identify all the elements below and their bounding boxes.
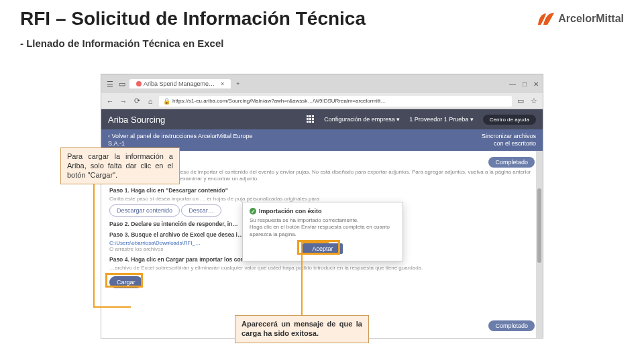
address-bar[interactable]: 🔒 https:// s1-eu.ariba.com/Sourcing/Main… <box>159 96 512 107</box>
callout-success-hint: Aparecerá un mensaje de que la carga ha … <box>235 315 369 343</box>
tab-label: Ariba Spend Manageme… <box>144 80 215 87</box>
new-tab-button[interactable]: + <box>236 80 239 87</box>
modal-body-line1: Su respuesta se ha importado correctamen… <box>250 217 396 224</box>
lock-icon: 🔒 <box>163 98 170 105</box>
arcelormittal-logo-text: ArcelorMittal <box>558 13 624 25</box>
nav-home-icon[interactable]: ⌂ <box>146 97 155 106</box>
back-link[interactable]: ‹ Volver al panel de instrucciones Arcel… <box>108 133 253 147</box>
accept-button[interactable]: Aceptar <box>303 243 342 254</box>
browser-address-row: ← → ⟳ ⌂ 🔒 https:// s1-eu.ariba.com/Sourc… <box>101 93 543 109</box>
arcelormittal-logo: ArcelorMittal <box>537 11 624 26</box>
tab-favicon-icon <box>136 81 142 86</box>
success-check-icon: ✓ <box>250 208 256 215</box>
nav-back-icon[interactable]: ← <box>105 97 115 106</box>
window-maximize-icon[interactable]: □ <box>523 80 527 88</box>
slide-title: RFI – Solicitud de Información Técnica <box>20 8 366 29</box>
embedded-screenshot: ☰ ▭ Ariba Spend Manageme… × + — □ ✕ ← → … <box>101 74 543 339</box>
browser-window-icon[interactable]: ▭ <box>117 79 127 88</box>
tab-close-icon[interactable]: × <box>221 80 224 87</box>
nav-reload-icon[interactable]: ⟳ <box>132 97 142 106</box>
browser-tab[interactable]: Ariba Spend Manageme… × <box>129 79 231 88</box>
slide-subtitle: - Llenado de Información Técnica en Exce… <box>0 32 644 52</box>
step1-text: Haga clic en "Descargar contenido" <box>131 187 228 194</box>
user-menu[interactable]: 1 Proveedor 1 Prueba ▾ <box>409 116 474 123</box>
sync-line1: Sincronizar archivos <box>482 133 536 140</box>
step4-warning: …archivo de Excel sobrescribirán y elimi… <box>109 265 535 271</box>
status-completed-top: Completado <box>488 157 535 168</box>
nav-forward-icon[interactable]: → <box>119 97 128 106</box>
app-grid-icon[interactable] <box>307 115 315 123</box>
sync-files-link[interactable]: Sincronizar archivos con el escritorio <box>482 133 536 147</box>
step1-label: Paso 1. <box>109 187 129 194</box>
download-attachments-button[interactable]: Descar… <box>181 204 221 217</box>
step2-text: Declare su intención de responder, in… <box>131 221 238 227</box>
callout-upload-hint: Para cargar la información a Ariba, solo… <box>60 147 180 184</box>
company-settings-menu[interactable]: Configuración de empresa ▾ <box>324 116 400 123</box>
arcelormittal-logo-icon <box>537 11 555 26</box>
browser-tab-bar: ☰ ▭ Ariba Spend Manageme… × + — □ ✕ <box>101 74 543 93</box>
reading-view-icon[interactable]: ▭ <box>516 97 525 106</box>
url-text: s1-eu.ariba.com/Sourcing/Main/aw?awh=r&a… <box>189 98 386 104</box>
download-content-button[interactable]: Descargar contenido <box>109 204 180 217</box>
window-minimize-icon[interactable]: — <box>509 80 516 88</box>
back-link-line1: ‹ Volver al panel de instrucciones Arcel… <box>108 133 253 140</box>
url-scheme: https:// <box>172 98 189 104</box>
browser-menu-icon[interactable]: ☰ <box>105 79 115 88</box>
step4-label: Paso 4. <box>109 256 129 263</box>
step2-label: Paso 2. <box>109 221 129 227</box>
upload-button[interactable]: Cargar <box>109 276 143 288</box>
window-close-icon[interactable]: ✕ <box>533 80 539 88</box>
step3-label: Paso 3. <box>109 231 129 238</box>
sync-line2: con el escritorio <box>482 140 536 147</box>
ariba-product-title: Ariba Sourcing <box>108 115 165 125</box>
step1-desc: Omita este paso si desea importar un … e… <box>109 196 535 202</box>
step3-text: Busque el archivo de Excel que desea i… <box>131 231 243 238</box>
modal-body-line2: Haga clic en el botón Enviar respuesta c… <box>250 224 396 238</box>
status-completed-bottom: Completado <box>488 320 535 331</box>
modal-title-text: Importación con éxito <box>259 208 322 215</box>
step1-row: Paso 1. Haga clic en "Descargar contenid… <box>109 187 535 194</box>
back-link-line2: S.A.-1 <box>108 140 253 147</box>
import-success-modal: ✓ Importación con éxito Su respuesta se … <box>242 202 403 261</box>
help-center-button[interactable]: Centro de ayuda <box>483 115 536 125</box>
favorite-icon[interactable]: ☆ <box>529 97 539 106</box>
ariba-header: Ariba Sourcing Configuración de empresa … <box>101 109 543 129</box>
